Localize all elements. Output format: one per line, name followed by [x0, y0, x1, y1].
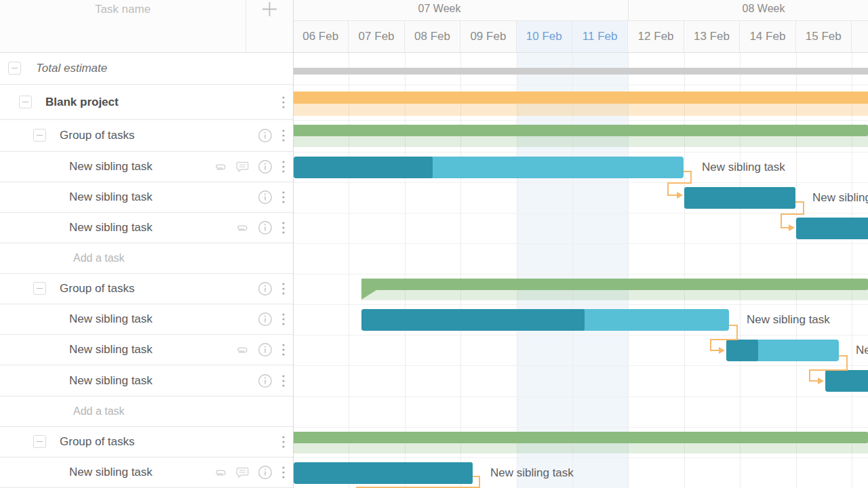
info-icon[interactable]: [258, 312, 273, 327]
task-label[interactable]: Add a task: [73, 396, 125, 426]
gridline-h: [293, 120, 868, 121]
info-icon[interactable]: [258, 281, 273, 296]
collapse-toggle[interactable]: [33, 129, 46, 142]
info-icon[interactable]: [258, 342, 273, 357]
info-icon[interactable]: [258, 128, 273, 143]
gridline-v: [628, 53, 629, 488]
kebab-menu-icon[interactable]: [281, 435, 285, 449]
collapse-toggle[interactable]: [33, 282, 46, 295]
kebab-menu-icon[interactable]: [281, 96, 285, 109]
kebab-menu-icon[interactable]: [281, 129, 285, 142]
sidebar-row-task-1[interactable]: New sibling task: [0, 152, 293, 182]
task-label: Group of tasks: [60, 120, 135, 151]
day-header-cell: 12 Feb: [628, 21, 684, 52]
bar-blank-project-shade: [293, 104, 868, 116]
task-label: New sibling task: [69, 304, 153, 334]
row-icons: [281, 427, 285, 457]
comment-icon[interactable]: [236, 467, 249, 479]
comment-icon[interactable]: [236, 161, 249, 173]
task-list-sidebar: Task name Total estimateBlank projectGro…: [0, 0, 293, 488]
gantt-app: New sibling taskNew sibling taskNew sibl…: [0, 0, 868, 488]
task-progress-fill: [361, 309, 585, 331]
task-label: Blank project: [45, 85, 119, 119]
attachment-icon[interactable]: [213, 468, 227, 477]
attachment-icon[interactable]: [235, 224, 249, 232]
bar-task-6[interactable]: [825, 370, 868, 392]
sidebar-row-group-2[interactable]: Group of tasks: [0, 274, 293, 304]
sidebar-row-blank-project[interactable]: Blank project: [0, 85, 293, 120]
gridline-v: [349, 53, 349, 488]
gridline-h: [293, 243, 868, 244]
bar-task-label: New sibling task: [490, 466, 574, 480]
gantt-chart-area: New sibling taskNew sibling taskNew sibl…: [293, 0, 868, 488]
attachment-icon[interactable]: [235, 346, 249, 354]
timeline-day-row: 06 Feb07 Feb08 Feb09 Feb10 Feb11 Feb12 F…: [293, 21, 868, 53]
bar-group-1-shade: [293, 136, 868, 147]
gridline-v: [460, 53, 461, 488]
bar-task-5[interactable]: [726, 340, 839, 361]
gridline-v: [684, 53, 685, 488]
bar-task-label: New sibling task: [812, 191, 868, 205]
sidebar-row-group-1[interactable]: Group of tasks: [0, 120, 293, 152]
dependency-arrow-icon: [677, 192, 683, 199]
kebab-menu-icon[interactable]: [281, 312, 285, 326]
info-icon[interactable]: [258, 465, 273, 480]
kebab-menu-icon[interactable]: [281, 221, 285, 235]
bar-task-3[interactable]: [796, 218, 868, 239]
task-label: New sibling task: [69, 182, 153, 212]
day-header-cell: 14 Feb: [740, 21, 795, 52]
info-icon[interactable]: [258, 220, 273, 235]
row-icons: [235, 335, 285, 365]
attachment-icon[interactable]: [213, 163, 227, 171]
sidebar-row-group-3[interactable]: Group of tasks: [0, 427, 293, 458]
task-label: New sibling task: [69, 365, 153, 396]
sidebar-row-add-task-1[interactable]: Add a task: [0, 243, 293, 274]
day-header-cell: 10 Feb: [517, 21, 572, 52]
bar-group-3: [293, 432, 868, 443]
kebab-menu-icon[interactable]: [281, 190, 285, 204]
dependency-arrow-icon: [818, 378, 824, 384]
day-header-cell: 06 Feb: [293, 21, 349, 52]
kebab-menu-icon[interactable]: [281, 160, 285, 174]
info-icon[interactable]: [258, 159, 273, 174]
bar-task-4[interactable]: [361, 309, 729, 331]
bar-task-label: New sibling task: [747, 313, 830, 327]
gridline-h: [293, 274, 868, 274]
add-column-button[interactable]: [260, 1, 279, 20]
bar-task-1[interactable]: [294, 157, 684, 178]
kebab-menu-icon[interactable]: [281, 374, 285, 388]
kebab-menu-icon[interactable]: [281, 343, 285, 357]
gridline-h: [293, 85, 868, 85]
task-label: Group of tasks: [60, 274, 135, 304]
bar-task-2[interactable]: [684, 187, 795, 209]
dependency-arrow-icon: [789, 224, 795, 231]
gridline-v: [852, 53, 852, 488]
gridline-h: [293, 396, 868, 397]
row-icons: [213, 458, 285, 487]
collapse-toggle[interactable]: [8, 62, 21, 75]
kebab-menu-icon[interactable]: [281, 466, 285, 479]
collapse-toggle[interactable]: [33, 435, 46, 448]
collapse-toggle[interactable]: [19, 96, 32, 108]
dependency-arrow-icon: [719, 347, 725, 354]
sidebar-row-add-task-2[interactable]: Add a task: [0, 396, 293, 427]
sidebar-row-total-estimate[interactable]: Total estimate: [0, 53, 293, 85]
task-label: New sibling task: [69, 458, 153, 487]
info-icon[interactable]: [258, 373, 273, 388]
sidebar-row-task-5[interactable]: New sibling task: [0, 335, 293, 365]
bar-group-3-shade: [293, 443, 868, 453]
sidebar-row-task-4[interactable]: New sibling task: [0, 304, 293, 335]
kebab-menu-icon[interactable]: [281, 282, 285, 296]
task-label: New sibling task: [69, 152, 153, 182]
bar-task-7[interactable]: [294, 462, 473, 484]
gridline-h: [293, 152, 868, 152]
task-label[interactable]: Add a task: [73, 243, 125, 273]
sidebar-row-task-2[interactable]: New sibling task: [0, 182, 293, 213]
sidebar-row-task-3[interactable]: New sibling task: [0, 213, 293, 243]
day-header-cell: 11 Feb: [572, 21, 628, 52]
info-icon[interactable]: [258, 190, 273, 205]
task-name-column-header: Task name: [0, 3, 245, 16]
sidebar-row-task-7[interactable]: New sibling task: [0, 458, 293, 488]
minus-icon: [22, 102, 28, 102]
sidebar-row-task-6[interactable]: New sibling task: [0, 365, 293, 396]
